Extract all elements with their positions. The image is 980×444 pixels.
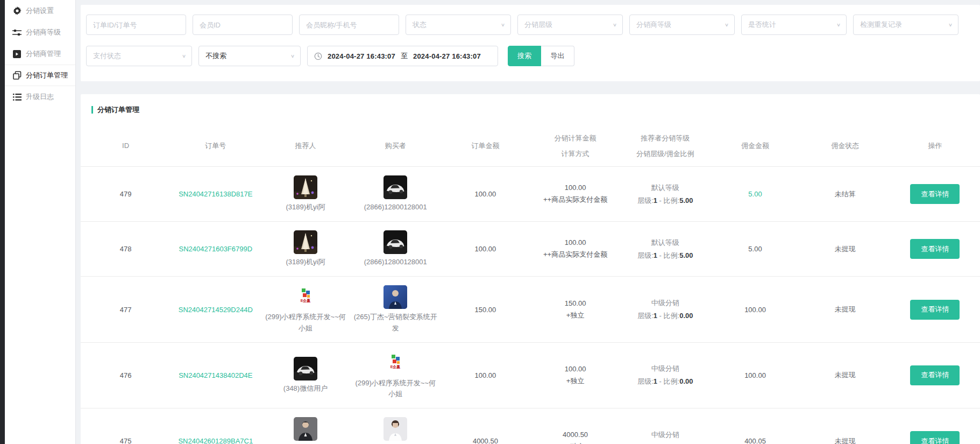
level-cell: 默认等级层级:1 - 比例:5.00 — [620, 183, 710, 206]
sidebar-item-升级日志[interactable]: 升级日志 — [5, 86, 75, 108]
buyer-avatar[interactable]: E企赢 — [384, 351, 407, 375]
commission-amount: 400.05 — [710, 437, 800, 444]
buyer-cell: (265)丁杰~营销裂变系统开发 — [351, 285, 441, 333]
order-id: 479 — [81, 190, 171, 198]
buyer-avatar[interactable] — [384, 175, 407, 199]
level-detail: 层级:1 - 比例:5.00 — [637, 196, 693, 206]
order-id: 477 — [81, 306, 171, 314]
collapsed-main-menu-strip — [0, 0, 5, 444]
view-detail-button[interactable]: 查看详情 — [910, 365, 960, 385]
table-row: 475SN24042601289BA7C1(181)杨家隆#小程序系统研发(78… — [81, 408, 980, 444]
buyer-name: (299)小程序系统开发~~何小姐 — [353, 378, 437, 399]
is-count-select[interactable]: 是否统计∨ — [741, 15, 847, 35]
referrer-avatar[interactable] — [294, 417, 317, 441]
order-no-link[interactable]: SN24042714529D244D — [179, 306, 253, 314]
order-id-input[interactable] — [86, 15, 186, 35]
column-header: 佣金状态 — [800, 134, 890, 158]
chevron-down-icon: ∨ — [613, 22, 617, 27]
calc-cell: 100.00++商品实际支付金额 — [530, 184, 620, 205]
table-body: 479SN24042716138D817E(3189)机yi阿(2866)128… — [81, 166, 980, 444]
order-amount: 100.00 — [441, 245, 530, 253]
chevron-down-icon: ∨ — [948, 22, 953, 27]
level-cell: 中级分销层级:1 - 比例:10.00 — [620, 430, 710, 444]
buyer-name: (2866)12800128001 — [364, 202, 427, 213]
view-detail-button[interactable]: 查看详情 — [910, 239, 960, 259]
search-mode-value: 不搜索 — [205, 51, 226, 61]
referrer-name: (3189)机yi阿 — [286, 257, 325, 267]
level-name: 中级分销 — [651, 430, 679, 440]
referrer-name: (299)小程序系统开发~~何小姐 — [264, 312, 347, 333]
commission-status: 未提现 — [800, 436, 890, 444]
column-header: 订单号 — [171, 134, 260, 158]
buyer-cell: E企赢(299)小程序系统开发~~何小姐 — [351, 351, 441, 399]
export-button[interactable]: 导出 — [541, 46, 574, 66]
order-id: 478 — [81, 245, 171, 253]
calc-method: +独立 — [566, 442, 585, 444]
column-header: 佣金金额 — [710, 134, 800, 158]
view-detail-button[interactable]: 查看详情 — [910, 184, 960, 204]
member-id-input[interactable] — [193, 15, 293, 35]
calc-cell: 150.00+独立 — [530, 299, 620, 320]
list-icon — [12, 93, 22, 102]
referrer-avatar[interactable]: E企赢 — [294, 285, 317, 309]
action-cell: 查看详情 — [890, 184, 980, 204]
column-header: 推荐者分销等级分销层级/佣金比例 — [620, 134, 710, 158]
table-row: 478SN2404271603F6799D(3189)机yi阿(2866)128… — [81, 221, 980, 276]
order-amount: 4000.50 — [441, 437, 530, 444]
column-header: 推荐人 — [260, 134, 350, 158]
sidebar-item-分销设置[interactable]: 分销设置 — [5, 0, 75, 22]
calc-amount: 4000.50 — [563, 431, 588, 439]
sidebar-item-分销订单管理[interactable]: 分销订单管理 — [5, 65, 75, 86]
member-nickname-input[interactable] — [299, 15, 399, 35]
column-header: ID — [81, 134, 171, 158]
clock-icon — [314, 52, 322, 60]
order-amount: 150.00 — [441, 306, 530, 314]
date-start-value: 2024-04-27 16:43:07 — [328, 52, 395, 60]
level-detail: 层级:1 - 比例:0.00 — [637, 311, 693, 321]
buyer-avatar[interactable] — [384, 285, 407, 309]
referrer-avatar[interactable] — [294, 357, 317, 380]
view-detail-button[interactable]: 查看详情 — [910, 431, 960, 444]
referrer-cell: (181)杨家隆#小程序系统研发 — [260, 417, 350, 444]
status-select[interactable]: 状态∨ — [406, 15, 511, 35]
sidebar-item-label: 分销商管理 — [26, 49, 61, 59]
sidebar-item-分销商管理[interactable]: 分销商管理 — [5, 43, 75, 65]
commission-amount: 5.00 — [710, 190, 800, 198]
buyer-avatar[interactable] — [384, 417, 407, 441]
calc-cell: 4000.50+独立 — [530, 431, 620, 444]
referrer-avatar[interactable] — [294, 175, 317, 199]
select-placeholder: 检测重复记录 — [860, 20, 902, 30]
order-no-cell: SN24042716138D817E — [171, 190, 260, 198]
commission-status: 未结算 — [800, 189, 890, 199]
referrer-cell: E企赢(299)小程序系统开发~~何小姐 — [260, 285, 350, 333]
column-header: 分销计算金额计算方式 — [530, 134, 620, 158]
buyer-avatar[interactable] — [384, 230, 407, 254]
buyer-cell: (2866)12800128001 — [351, 230, 441, 267]
referrer-cell: (348)微信用户 — [260, 357, 350, 394]
sidebar-item-label: 分销设置 — [26, 6, 54, 16]
view-detail-button[interactable]: 查看详情 — [910, 300, 960, 320]
level-name: 中级分销 — [651, 364, 679, 373]
calc-method: +独立 — [566, 376, 585, 386]
sidebar-item-分销商等级[interactable]: 分销商等级 — [5, 22, 75, 43]
filter-row-2: 支付状态 ∨ 不搜索 ∨ 2024-04-27 16:43:07 至 2024-… — [86, 46, 980, 66]
buyer-cell: (2866)12800128001 — [351, 175, 441, 213]
copy-icon — [12, 71, 22, 80]
order-no-link[interactable]: SN2404271438402D4E — [179, 371, 252, 379]
date-range-picker[interactable]: 2024-04-27 16:43:07 至 2024-04-27 16:43:0… — [307, 46, 498, 66]
order-no-link[interactable]: SN2404271603F6799D — [179, 245, 253, 253]
commission-status: 未提现 — [800, 370, 890, 380]
level-select[interactable]: 分销层级∨ — [517, 15, 623, 35]
order-no-link[interactable]: SN24042716138D817E — [179, 190, 252, 198]
referrer-avatar[interactable] — [294, 230, 317, 254]
order-no-link[interactable]: SN24042601289BA7C1 — [178, 437, 253, 444]
select-placeholder: 是否统计 — [748, 20, 776, 30]
search-mode-select[interactable]: 不搜索 ∨ — [198, 46, 301, 66]
svg-text:E企赢: E企赢 — [390, 364, 401, 369]
pay-status-select[interactable]: 支付状态 ∨ — [86, 46, 192, 66]
buyer-name: (2866)12800128001 — [364, 257, 427, 267]
duplicate-check-select[interactable]: 检测重复记录∨ — [853, 15, 958, 35]
page-title: 分销订单管理 — [97, 105, 139, 115]
search-button[interactable]: 搜索 — [508, 46, 541, 66]
distributor-grade-select[interactable]: 分销商等级∨ — [629, 15, 735, 35]
